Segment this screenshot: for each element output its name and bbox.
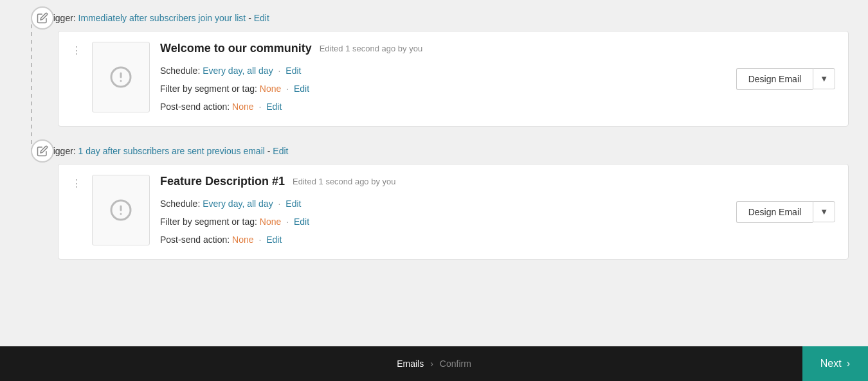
schedule-label-2: Schedule: [160,199,200,209]
postsend-dot-1: · [258,102,264,112]
breadcrumb-emails: Emails [397,359,424,369]
breadcrumb-confirm: Confirm [440,359,471,369]
trigger-icon-1 [31,6,54,30]
postsend-row-2: Post-send action: None · Edit [160,231,726,249]
trigger-text-1: Trigger: Immediately after subscribers j… [45,13,269,23]
filter-none-2: None [260,217,281,227]
next-button[interactable]: Next › [802,346,868,381]
trigger-desc-1: Immediately after subscribers join your … [78,13,246,23]
email-card-2: ⋮ Feature Description #1 Edited 1 second… [58,164,849,260]
design-btn-container-1: Design Email ▼ [736,68,835,90]
trigger-row-2: Trigger: 1 day after subscribers are sen… [45,146,849,156]
schedule-label-1: Schedule: [160,66,200,76]
trigger-edit-link-2[interactable]: Edit [273,146,288,156]
schedule-edit-1[interactable]: Edit [285,66,301,76]
footer: Emails › Confirm Next › [0,346,868,381]
drag-handle-1[interactable]: ⋮ [71,42,82,57]
trigger-icon-2 [31,139,54,163]
postsend-label-2: Post-send action: [160,235,230,245]
edit-icon-1 [37,12,48,24]
schedule-dot-2: · [278,199,284,209]
thumbnail-icon-1 [109,66,132,89]
next-btn-label: Next [820,358,842,369]
postsend-dot-2: · [258,235,264,245]
postsend-edit-2[interactable]: Edit [266,235,282,245]
email-info-2: Feature Description #1 Edited 1 second a… [160,175,726,249]
email-meta-2: Schedule: Every day, all day · Edit Filt… [160,195,726,249]
breadcrumb-separator: › [430,359,433,369]
email-title-1: Welcome to our community [160,42,312,55]
design-email-button-1[interactable]: Design Email [736,68,813,90]
next-arrow-icon: › [847,358,850,369]
filter-label-1: Filter by segment or tag: [160,84,257,94]
email-title-row-2: Feature Description #1 Edited 1 second a… [160,175,726,188]
email-title-row-1: Welcome to our community Edited 1 second… [160,42,726,55]
trigger-edit-link-1[interactable]: Edit [254,13,269,23]
schedule-allday-2: all day [247,199,273,209]
edit-icon-2 [37,145,48,157]
main-content: Trigger: Immediately after subscribers j… [0,0,868,346]
trigger-row-1: Trigger: Immediately after subscribers j… [45,13,849,23]
edited-text-2: Edited 1 second ago by you [293,177,395,186]
schedule-edit-2[interactable]: Edit [285,199,301,209]
filter-edit-2[interactable]: Edit [294,217,309,227]
filter-edit-1[interactable]: Edit [294,84,309,94]
filter-dot-2: · [286,217,291,227]
email-title-2: Feature Description #1 [160,175,285,188]
schedule-allday-1: all day [247,66,273,76]
schedule-row-1: Schedule: Every day, all day · Edit [160,62,726,80]
schedule-every-1: Every day, [203,66,244,76]
design-email-button-2[interactable]: Design Email [736,201,813,223]
email-thumbnail-2 [92,175,150,245]
design-btn-container-2: Design Email ▼ [736,201,835,223]
thumbnail-icon-2 [109,199,132,222]
postsend-edit-1[interactable]: Edit [266,102,282,112]
design-email-dropdown-1[interactable]: ▼ [813,68,835,89]
edited-text-1: Edited 1 second ago by you [320,44,422,53]
email-info-1: Welcome to our community Edited 1 second… [160,42,726,116]
trigger-sep-1: - [248,13,254,23]
drag-handle-2[interactable]: ⋮ [71,175,82,190]
connector-line-1 [31,24,32,152]
postsend-none-1: None [232,102,253,112]
postsend-row-1: Post-send action: None · Edit [160,98,726,116]
postsend-label-1: Post-send action: [160,102,230,112]
email-section-2: Trigger: 1 day after subscribers are sen… [26,146,849,260]
filter-row-1: Filter by segment or tag: None · Edit [160,80,726,98]
filter-none-1: None [260,84,281,94]
postsend-none-2: None [232,235,253,245]
breadcrumb: Emails › Confirm [397,359,471,369]
filter-row-2: Filter by segment or tag: None · Edit [160,213,726,231]
email-thumbnail-1 [92,42,150,112]
email-meta-1: Schedule: Every day, all day · Edit Filt… [160,62,726,116]
schedule-row-2: Schedule: Every day, all day · Edit [160,195,726,213]
email-section-1: Trigger: Immediately after subscribers j… [26,13,849,127]
filter-label-2: Filter by segment or tag: [160,217,257,227]
trigger-desc-2: 1 day after subscribers are sent previou… [78,146,265,156]
trigger-text-2: Trigger: 1 day after subscribers are sen… [45,146,288,156]
schedule-every-2: Every day, [203,199,244,209]
schedule-dot-1: · [278,66,284,76]
design-email-dropdown-2[interactable]: ▼ [813,201,835,222]
filter-dot-1: · [286,84,291,94]
email-card-1: ⋮ Welcome to our community Edited 1 seco… [58,31,849,127]
